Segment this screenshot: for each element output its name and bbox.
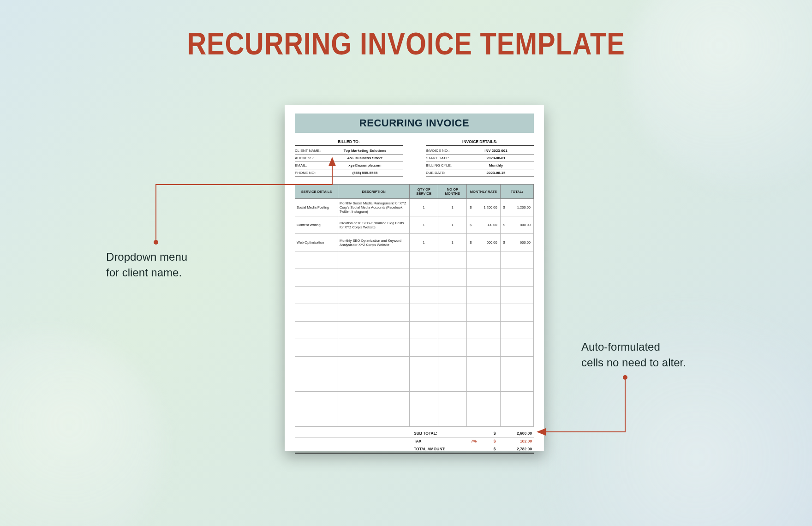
cell-months: 1 bbox=[438, 216, 467, 234]
page-title: RECURRING INVOICE TEMPLATE bbox=[61, 25, 751, 61]
table-row-empty bbox=[295, 287, 534, 304]
phone-value: (555) 555-5555 bbox=[327, 171, 403, 175]
cell-description: Monthly SEO Optimization and Keyword Ana… bbox=[338, 234, 410, 251]
currency: $ bbox=[488, 431, 502, 436]
table-row: Web OptimizationMonthly SEO Optimization… bbox=[295, 234, 534, 251]
table-row-empty bbox=[295, 357, 534, 374]
subtotal-value: 2,600.00 bbox=[502, 431, 534, 436]
invoice-details-heading: INVOICE DETAILS: bbox=[426, 139, 534, 146]
table-row-empty bbox=[295, 322, 534, 339]
bg-decoration bbox=[0, 332, 161, 526]
cell-service: Social Media Posting bbox=[295, 199, 338, 216]
billed-to-heading: BILLED TO: bbox=[295, 139, 403, 146]
start-date-value: 2023-08-01 bbox=[458, 156, 534, 160]
cell-months: 1 bbox=[438, 234, 467, 251]
currency: $ bbox=[488, 439, 502, 443]
table-row-empty bbox=[295, 392, 534, 409]
cell-rate: $800.00 bbox=[467, 216, 500, 234]
currency: $ bbox=[488, 447, 502, 451]
invoice-header: RECURRING INVOICE bbox=[295, 114, 534, 133]
table-header-row: SERVICE DETAILS DESCRIPTION QTY OF SERVI… bbox=[295, 185, 534, 199]
tax-row: TAX 7% $ 182.00 bbox=[295, 437, 534, 445]
cell-qty: 1 bbox=[410, 216, 438, 234]
table-row: Social Media PostingMonthly Social Media… bbox=[295, 199, 534, 216]
client-name-label: CLIENT NAME: bbox=[295, 149, 327, 153]
info-section: BILLED TO: CLIENT NAME:Top Marketing Sol… bbox=[295, 139, 534, 177]
callout-dot-icon bbox=[154, 240, 158, 245]
due-date-value: 2023-08-15 bbox=[458, 171, 534, 175]
line-items-table: SERVICE DETAILS DESCRIPTION QTY OF SERVI… bbox=[295, 184, 534, 427]
cell-description: Monthly Social Media Management for XYZ … bbox=[338, 199, 410, 216]
address-label: ADDRESS: bbox=[295, 156, 327, 160]
total-row: TOTAL AMOUNT: $ 2,782.00 bbox=[295, 445, 534, 454]
total-value: 2,782.00 bbox=[502, 447, 534, 451]
invoice-document: RECURRING INVOICE BILLED TO: CLIENT NAME… bbox=[285, 105, 544, 451]
subtotal-label: SUB TOTAL: bbox=[414, 431, 460, 436]
callout-left: Dropdown menufor client name. bbox=[106, 249, 187, 280]
col-total: TOTAL: bbox=[500, 185, 533, 199]
billed-to-block: BILLED TO: CLIENT NAME:Top Marketing Sol… bbox=[295, 139, 403, 177]
col-rate: MONTHLY RATE bbox=[467, 185, 500, 199]
total-label: TOTAL AMOUNT: bbox=[414, 447, 460, 451]
table-row-empty bbox=[295, 339, 534, 357]
start-date-label: START DATE: bbox=[426, 156, 458, 160]
subtotal-row: SUB TOTAL: $ 2,600.00 bbox=[295, 430, 534, 437]
invoice-no-value: INV-2023-001 bbox=[458, 149, 534, 153]
col-description: DESCRIPTION bbox=[338, 185, 410, 199]
tax-value: 182.00 bbox=[502, 439, 534, 443]
cell-total: $600.00 bbox=[500, 234, 533, 251]
callout-right: Auto-formulatedcells no need to alter. bbox=[581, 339, 686, 370]
col-service: SERVICE DETAILS bbox=[295, 185, 338, 199]
tax-label: TAX bbox=[414, 439, 460, 443]
bg-decoration bbox=[519, 279, 812, 526]
table-row-empty bbox=[295, 269, 534, 287]
cell-total: $1,200.00 bbox=[500, 199, 533, 216]
cell-months: 1 bbox=[438, 199, 467, 216]
email-label: EMAIL: bbox=[295, 163, 327, 167]
totals-section: SUB TOTAL: $ 2,600.00 TAX 7% $ 182.00 TO… bbox=[295, 430, 534, 454]
tax-pct: 7% bbox=[460, 439, 488, 443]
phone-label: PHONE NO: bbox=[295, 171, 327, 175]
due-date-label: DUE DATE: bbox=[426, 171, 458, 175]
table-row: Content WritingCreation of 10 SEO-Optimi… bbox=[295, 216, 534, 234]
col-qty: QTY OF SERVICE bbox=[410, 185, 438, 199]
address-value: 456 Business Street bbox=[327, 156, 403, 160]
table-row-empty bbox=[295, 304, 534, 322]
cell-rate: $600.00 bbox=[467, 234, 500, 251]
client-name-value[interactable]: Top Marketing Solutions bbox=[327, 149, 403, 153]
cell-qty: 1 bbox=[410, 234, 438, 251]
table-row-empty bbox=[295, 409, 534, 427]
col-months: NO OF MONTHS bbox=[438, 185, 467, 199]
billing-cycle-value: Monthly bbox=[458, 163, 534, 167]
billing-cycle-label: BILLING CYLE: bbox=[426, 163, 458, 167]
invoice-details-block: INVOICE DETAILS: INVOICE NO.:INV-2023-00… bbox=[426, 139, 534, 177]
cell-total: $800.00 bbox=[500, 216, 533, 234]
invoice-no-label: INVOICE NO.: bbox=[426, 149, 458, 153]
cell-description: Creation of 10 SEO-Optimized Blog Posts … bbox=[338, 216, 410, 234]
cell-qty: 1 bbox=[410, 199, 438, 216]
cell-service: Content Writing bbox=[295, 216, 338, 234]
email-value: xyz@example.com bbox=[327, 163, 403, 167]
cell-service: Web Optimization bbox=[295, 234, 338, 251]
table-row-empty bbox=[295, 374, 534, 392]
cell-rate: $1,200.00 bbox=[467, 199, 500, 216]
table-row-empty bbox=[295, 251, 534, 269]
